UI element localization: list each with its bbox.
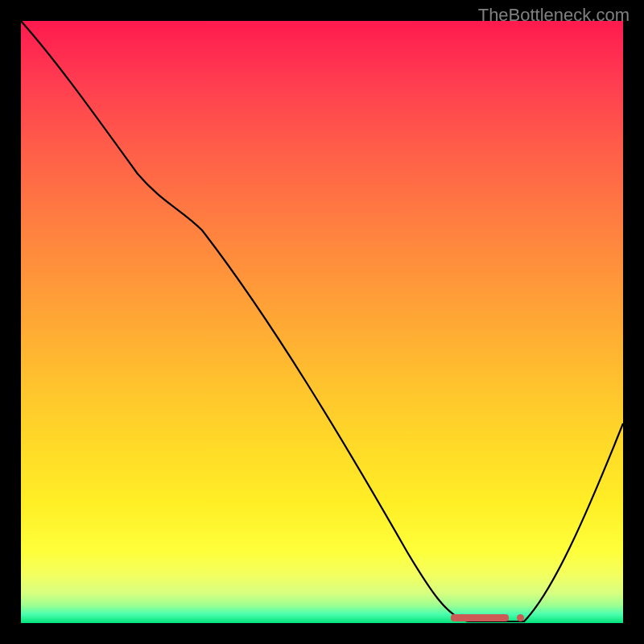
curve-svg: [21, 21, 623, 623]
watermark-text: TheBottleneck.com: [478, 5, 630, 26]
optimal-range-marker: [451, 614, 509, 621]
plot-area: [21, 21, 623, 623]
optimal-range-end-dot: [517, 614, 524, 621]
bottleneck-curve-path: [21, 21, 623, 621]
